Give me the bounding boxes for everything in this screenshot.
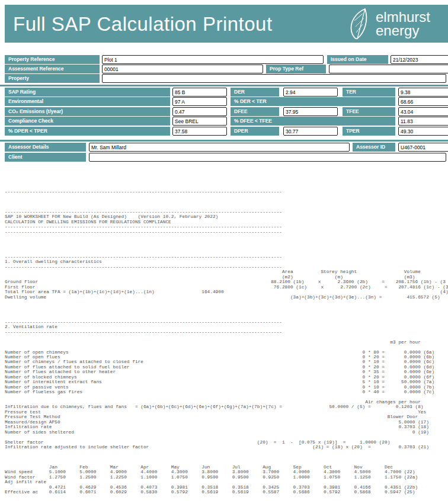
ter-input[interactable]	[398, 88, 448, 97]
assessor-id-label: Assessor ID	[353, 143, 395, 152]
sap-worksheet-text: ----------------------------------------…	[5, 190, 448, 495]
pct-dfee-tfee-input[interactable]	[398, 117, 448, 126]
environmental-input[interactable]	[172, 97, 227, 106]
pct-der-ter-label: % DER < TER	[231, 97, 395, 106]
compliance-check-label: Compliance Check	[5, 117, 170, 126]
pct-der-ter-input[interactable]	[398, 97, 448, 106]
assessor-id-input[interactable]	[398, 143, 448, 152]
assessment-reference-input[interactable]	[102, 65, 263, 73]
leaf-icon	[348, 8, 371, 40]
client-label: Client	[5, 153, 86, 162]
client-input[interactable]	[89, 153, 446, 162]
brand-line-1: elmhurst	[376, 10, 430, 24]
pct-dper-tper-input[interactable]	[172, 127, 227, 136]
tfee-label: TFEE	[343, 107, 395, 116]
dper-input[interactable]	[283, 127, 338, 136]
dper-label: DPER	[231, 127, 279, 136]
co2-emissions-label: CO₂ Emissions (t/year)	[5, 107, 170, 116]
co2-emissions-input[interactable]	[172, 107, 227, 116]
der-input[interactable]	[283, 88, 338, 97]
assessor-details-label: Assessor Details	[5, 143, 86, 152]
brand-line-2: energy	[376, 24, 430, 37]
issued-on-date-input[interactable]	[391, 55, 448, 64]
page-title: Full SAP Calculation Printout	[13, 13, 273, 36]
der-label: DER	[231, 88, 279, 97]
issued-on-date-label: Issued on Date	[327, 55, 388, 64]
section-divider	[0, 85, 448, 86]
property-reference-input[interactable]	[102, 55, 324, 64]
tper-input[interactable]	[398, 127, 448, 136]
environmental-label: Environmental	[5, 97, 170, 106]
brand-name: elmhurst energy	[376, 10, 430, 37]
section-divider	[0, 140, 448, 142]
compliance-check-input[interactable]	[172, 117, 227, 126]
property-label: Property	[5, 74, 100, 83]
pct-dper-tper-label: % DPER < TPER	[5, 127, 170, 136]
sap-rating-label: SAP Rating	[5, 88, 170, 97]
property-reference-label: Property Reference	[5, 55, 100, 64]
elmhurst-logo: elmhurst energy	[348, 8, 430, 40]
tfee-input[interactable]	[398, 107, 448, 116]
sap-rating-input[interactable]	[172, 88, 227, 97]
sap-printout-page: Full SAP Calculation Printout elmhurst e…	[0, 0, 448, 501]
pct-dfee-tfee-label: % DFEE < TFEE	[231, 117, 395, 126]
prop-type-ref-label: Prop Type Ref	[266, 65, 326, 73]
header-banner: Full SAP Calculation Printout elmhurst e…	[5, 5, 448, 43]
tper-label: TPER	[343, 127, 395, 136]
ter-label: TER	[343, 88, 395, 97]
dfee-input[interactable]	[283, 107, 338, 116]
assessor-details-input[interactable]	[89, 143, 350, 152]
prop-type-ref-input[interactable]	[329, 65, 448, 73]
assessment-reference-label: Assessment Reference	[5, 65, 100, 73]
property-input[interactable]	[102, 74, 446, 83]
dfee-label: DFEE	[231, 107, 279, 116]
